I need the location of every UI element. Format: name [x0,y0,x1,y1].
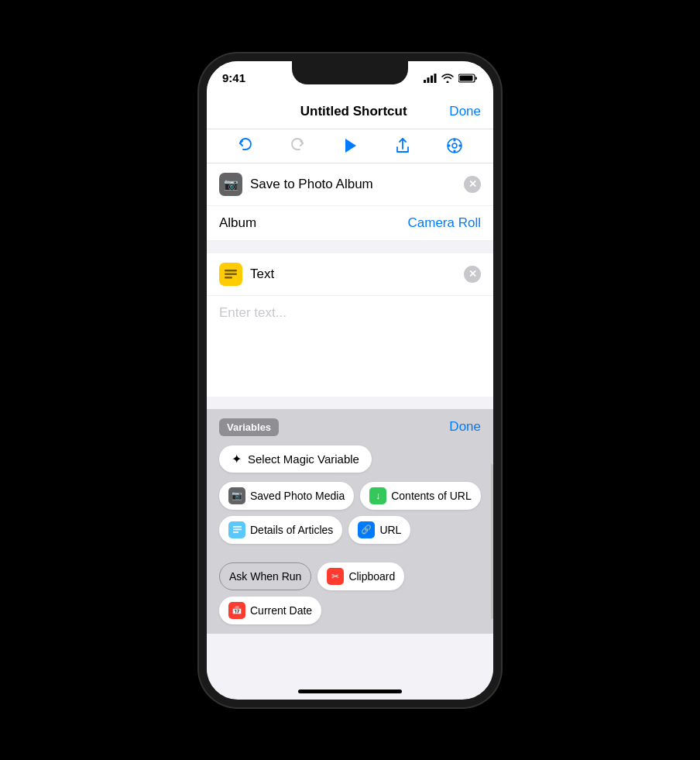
text-close-button[interactable]: ✕ [464,266,481,283]
svg-rect-18 [233,531,238,533]
album-value[interactable]: Camera Roll [408,215,481,231]
details-articles-icon [228,521,245,538]
magic-variable-label: Select Magic Variable [248,452,359,466]
svg-rect-11 [448,145,451,147]
save-photo-card: 📷 Save to Photo Album ✕ Album Camera Rol… [207,163,493,241]
battery-icon [458,74,478,83]
nav-title: Untitled Shortcut [300,104,407,119]
chip-url-label: URL [379,524,401,536]
svg-rect-10 [454,150,456,153]
saved-photo-icon: 📷 [228,487,245,504]
chip-contents-url[interactable]: ↓ Contents of URL [360,482,481,510]
chip-details-articles-label: Details of Articles [250,524,333,536]
svg-point-7 [452,143,457,148]
svg-rect-12 [459,145,462,147]
toolbar [207,129,493,163]
album-row[interactable]: Album Camera Roll [207,206,493,241]
text-placeholder: Enter text... [219,305,287,320]
section-gap-2 [207,397,493,409]
svg-rect-13 [225,270,237,272]
clipboard-icon: ✂ [327,568,344,585]
chip-current-date-label: Current Date [250,604,312,617]
wifi-icon [441,74,454,83]
svg-rect-5 [460,75,473,81]
ask-when-run-label: Ask When Run [229,570,301,583]
text-icon [219,263,242,286]
text-title: Text [250,267,464,282]
bottom-chips-container: Ask When Run ✂ Clipboard 📅 Current Date [207,553,493,634]
chip-saved-photo[interactable]: 📷 Saved Photo Media [219,482,354,510]
text-card-header: Text ✕ [207,253,493,296]
play-button[interactable] [333,129,367,163]
album-label: Album [219,215,256,231]
svg-rect-0 [424,80,426,83]
home-indicator[interactable] [298,690,402,693]
nav-done-button[interactable]: Done [449,104,481,119]
chip-details-articles[interactable]: Details of Articles [219,516,342,544]
undo-button[interactable] [228,129,262,163]
wand-icon: ✦ [232,452,242,466]
svg-rect-3 [434,74,437,83]
chip-current-date[interactable]: 📅 Current Date [219,597,321,624]
svg-rect-2 [431,75,433,83]
select-magic-variable-button[interactable]: ✦ Select Magic Variable [219,445,372,473]
svg-rect-17 [233,529,242,531]
variable-chips-container: 📷 Saved Photo Media ↓ Contents of URL [219,482,481,544]
contents-url-icon: ↓ [369,487,386,504]
signal-icon [424,74,437,83]
current-date-icon: 📅 [228,602,245,619]
chip-contents-url-label: Contents of URL [391,490,472,502]
status-time: 9:41 [222,71,245,84]
svg-rect-9 [454,139,456,142]
chip-saved-photo-label: Saved Photo Media [250,490,345,502]
save-photo-close-button[interactable]: ✕ [464,176,481,193]
section-gap-1 [207,241,493,253]
svg-rect-14 [225,273,237,275]
camera-icon: 📷 [219,173,242,196]
chip-ask-when-run[interactable]: Ask When Run [219,562,311,590]
variables-done-button[interactable]: Done [449,419,481,435]
save-photo-card-header: 📷 Save to Photo Album ✕ [207,163,493,206]
share-button[interactable] [386,129,420,163]
redo-button[interactable] [280,129,314,163]
svg-rect-16 [233,526,242,528]
text-input-area[interactable]: Enter text... [207,296,493,397]
text-card: Text ✕ Enter text... [207,253,493,397]
variables-label: Variables [219,418,279,436]
main-content: 📷 Save to Photo Album ✕ Album Camera Rol… [207,163,493,673]
nav-bar: Untitled Shortcut Done [207,95,493,129]
scroll-bracket [491,464,493,619]
save-photo-title: Save to Photo Album [250,177,464,192]
svg-rect-1 [427,77,430,83]
variables-panel: Variables Done ✦ Select Magic Variable 📷… [207,409,493,553]
chip-url[interactable]: 🔗 URL [348,516,410,544]
svg-rect-15 [225,277,232,279]
variables-header: Variables Done [219,418,481,436]
chip-clipboard[interactable]: ✂ Clipboard [317,562,404,590]
status-icons [424,74,478,83]
notch [292,61,408,84]
url-icon: 🔗 [358,521,375,538]
settings-button[interactable] [438,129,472,163]
chip-clipboard-label: Clipboard [348,570,395,583]
svg-marker-6 [345,139,356,153]
